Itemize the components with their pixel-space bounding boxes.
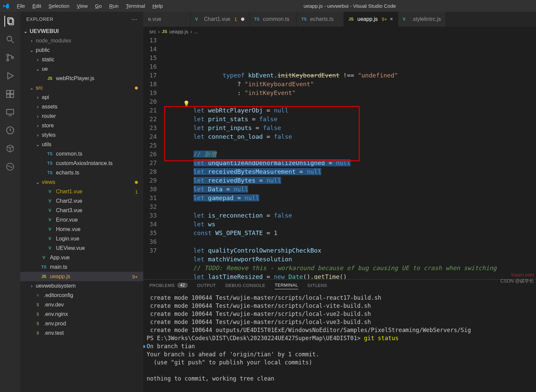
lightbulb-icon[interactable]: 💡 xyxy=(183,99,190,108)
code-line[interactable] xyxy=(164,97,536,106)
tree-label: ue xyxy=(42,66,48,72)
tree-item[interactable]: ⌄views xyxy=(20,177,143,187)
tree-item[interactable]: $.env.dev xyxy=(20,300,143,309)
tab-Chart1.vue[interactable]: VChart1.vue1 xyxy=(190,12,249,27)
code-line[interactable] xyxy=(164,237,536,246)
tree-item[interactable]: VHome.vue xyxy=(20,225,143,234)
tree-item[interactable]: ⌄src xyxy=(20,83,143,93)
code-line[interactable]: let unquantizeAndDenormalizeUnsigned = n… xyxy=(164,159,536,167)
panel-tab-output[interactable]: OUTPUT xyxy=(197,283,216,289)
tree-item[interactable]: $.env.nginx xyxy=(20,309,143,319)
tree-item[interactable]: TSmain.ts xyxy=(20,262,143,272)
panel-tab-debug console[interactable]: DEBUG CONSOLE xyxy=(225,283,265,289)
code-line[interactable]: // 新增 xyxy=(164,150,536,159)
menu-run[interactable]: Run xyxy=(106,2,122,10)
menu-edit[interactable]: Edit xyxy=(29,2,44,10)
menu-help[interactable]: Help xyxy=(149,2,166,10)
tab-echarts.ts[interactable]: TSecharts.ts xyxy=(297,12,344,27)
tree-item[interactable]: VChart2.vue xyxy=(20,196,143,206)
tree-item[interactable]: ⌄ue xyxy=(20,64,143,74)
tree-item[interactable]: VApp.vue xyxy=(20,253,143,262)
tree-item[interactable]: ›api xyxy=(20,93,143,102)
code-line[interactable]: let qualityControlOwnershipCheckBox xyxy=(164,246,536,255)
clock-icon[interactable] xyxy=(5,125,16,136)
extensions-icon[interactable] xyxy=(5,89,16,99)
close-icon[interactable]: × xyxy=(390,16,393,22)
tree-item[interactable]: ›uevwebuisystem xyxy=(20,281,143,291)
tree-item[interactable]: JSueapp.js9+ xyxy=(20,272,143,281)
code-line[interactable]: let lastTimeResized = new Date().getTime… xyxy=(164,272,536,279)
run-icon[interactable] xyxy=(5,70,16,81)
tree-item[interactable]: ›styles xyxy=(20,130,143,140)
tree-item[interactable]: ›store xyxy=(20,121,143,130)
code-line[interactable]: let ws xyxy=(164,220,536,229)
tree-badge: 1 xyxy=(135,189,138,195)
tree-item[interactable]: ⌄public xyxy=(20,45,143,55)
code-line[interactable]: let print_inputs = false xyxy=(164,124,536,132)
code-line[interactable]: let receivedBytesMeasurement = null xyxy=(164,167,536,176)
tree-item[interactable]: ›static xyxy=(20,55,143,64)
code-line[interactable]: typeof kbEvent.initKeyboardEvent !== "un… xyxy=(164,71,536,80)
tree-item[interactable]: VError.vue xyxy=(20,215,143,225)
tree-label: views xyxy=(42,179,55,185)
explorer-icon[interactable] xyxy=(4,16,15,27)
code-line[interactable]: let matchViewportResolution xyxy=(164,255,536,264)
tree-item[interactable]: VUEView.vue xyxy=(20,243,143,253)
wave-icon[interactable] xyxy=(5,161,16,172)
menu-terminal[interactable]: Terminal xyxy=(123,2,149,10)
panel-tab-terminal[interactable]: TERMINAL xyxy=(275,283,298,289)
code-line[interactable]: let Data = null xyxy=(164,185,536,194)
tree-root[interactable]: ⌄ UEVWEBUI xyxy=(20,27,143,36)
tree-item[interactable]: ≡.editorconfig xyxy=(20,291,143,300)
terminal-output[interactable]: create mode 100644 Test/wujie-master/scr… xyxy=(143,292,536,392)
sidebar-title: EXPLORER xyxy=(26,17,53,22)
tree-item[interactable]: VChart3.vue xyxy=(20,206,143,215)
tab-e.vue[interactable]: e.vue xyxy=(143,12,190,27)
tree-item[interactable]: TScustomAxiosInstance.ts xyxy=(20,159,143,168)
tree-item[interactable]: TSecharts.ts xyxy=(20,168,143,177)
tree-item[interactable]: ›assets xyxy=(20,102,143,111)
tab-badge: 1 xyxy=(234,17,237,22)
code-body[interactable]: 💡 typeof kbEvent.initKeyboardEvent !== "… xyxy=(164,36,536,279)
menu-view[interactable]: View xyxy=(73,2,91,10)
code-line[interactable]: let gamepad = null xyxy=(164,194,536,202)
tree-item[interactable]: JSwebRtcPlayer.js xyxy=(20,74,143,83)
code-line[interactable]: // TODO: Remove this - workaround becaus… xyxy=(164,264,536,272)
code-line[interactable]: let is_reconnection = false xyxy=(164,211,536,220)
code-line[interactable] xyxy=(164,202,536,211)
tab-ueapp.js[interactable]: JSueapp.js9+× xyxy=(344,12,398,27)
tree-item[interactable]: VChart1.vue1 xyxy=(20,187,143,196)
code-line[interactable]: let webRtcPlayerObj = null xyxy=(164,106,536,115)
tab-.stylelintrc.js[interactable]: V.stylelintrc.js xyxy=(398,12,446,27)
sidebar-header: EXPLORER ⋯ xyxy=(20,12,143,27)
tree-item[interactable]: ›node_modules xyxy=(20,36,143,45)
code-line[interactable]: let connect_on_load = false xyxy=(164,132,536,141)
menu-bar: FileEditSelectionViewGoRunTerminalHelp xyxy=(13,2,166,10)
search-icon[interactable] xyxy=(5,34,16,45)
box-icon[interactable] xyxy=(5,143,16,154)
breadcrumb[interactable]: src › JS ueapp.js › ... xyxy=(143,27,536,36)
tree-item[interactable]: ⌄utils xyxy=(20,140,143,149)
code-line[interactable]: let print_stats = false xyxy=(164,115,536,124)
more-icon[interactable]: ⋯ xyxy=(131,15,138,23)
menu-selection[interactable]: Selection xyxy=(45,2,73,10)
code-editor[interactable]: 1314151617181920212223242526272829303132… xyxy=(143,36,536,279)
code-line[interactable]: : "initKeyEvent" xyxy=(164,89,536,97)
tab-common.ts[interactable]: TScommon.ts xyxy=(249,12,297,27)
menu-file[interactable]: File xyxy=(13,2,28,10)
tree-item[interactable]: ›router xyxy=(20,111,143,121)
menu-go[interactable]: Go xyxy=(92,2,105,10)
source-control-icon[interactable] xyxy=(5,52,16,63)
panel-tab-problems[interactable]: PROBLEMS42 xyxy=(149,283,188,289)
panel-tab-gitlens[interactable]: GITLENS xyxy=(307,283,327,289)
remote-icon[interactable] xyxy=(5,107,16,118)
tree-item[interactable]: TScommon.ts xyxy=(20,149,143,159)
file-icon: $ xyxy=(34,321,41,326)
code-line[interactable]: ? "initKeyboardEvent" xyxy=(164,80,536,89)
tree-item[interactable]: $.env.prod xyxy=(20,319,143,328)
code-line[interactable] xyxy=(164,141,536,150)
tree-item[interactable]: VLogin.vue xyxy=(20,234,143,243)
code-line[interactable]: let receivedBytes = null xyxy=(164,176,536,185)
code-line[interactable]: const WS_OPEN_STATE = 1 xyxy=(164,229,536,237)
tree-item[interactable]: $.env.test xyxy=(20,328,143,338)
